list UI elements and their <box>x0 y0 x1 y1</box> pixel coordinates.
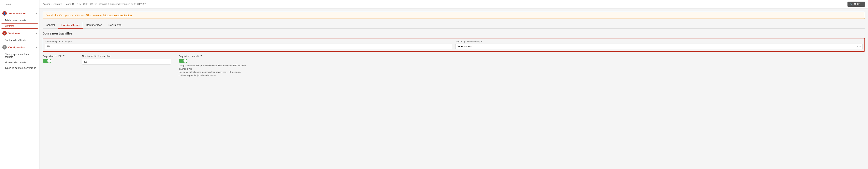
sync-alert-prefix: Date de dernière synchronisation vers Si… <box>45 14 93 16</box>
tab-general[interactable]: Général <box>42 22 58 29</box>
sidebar: contrat 👤 Administration ▾ Articles des … <box>0 0 39 169</box>
sidebar-item-types-contrats-vehicule[interactable]: Types de contrats de véhicule <box>0 65 39 71</box>
sidebar-section-header-configuration[interactable]: ⚙ Configuration ▾ <box>0 43 39 52</box>
acquisition-note: L'acquisition annuelle permet de crédite… <box>179 64 248 77</box>
conges-highlight-box: Nombre de jours de congés Type de gestio… <box>42 38 865 52</box>
tab-horaires-jours[interactable]: Horaires/Jours <box>58 22 83 29</box>
sidebar-section-vehicules: 🚗 Véhicules ▾ Contrats de véhicule <box>0 29 39 43</box>
nombre-jours-field: Nombre de jours de congés <box>45 40 452 49</box>
tabs-bar: Général Horaires/Jours Rémunération Docu… <box>42 22 865 29</box>
wrench-icon: 🔧 <box>850 3 853 5</box>
chevron-down-icon-vehicules: ▾ <box>36 32 37 35</box>
nombre-jours-input[interactable] <box>45 43 452 49</box>
section-title: Jours non travaillés <box>42 32 865 35</box>
sidebar-section-header-vehicules[interactable]: 🚗 Véhicules ▾ <box>0 29 39 37</box>
topbar-actions: 🔧 Outils ▾ <box>847 2 865 7</box>
breadcrumb-accueil[interactable]: Accueil <box>42 3 50 5</box>
acquisition-rtt-label: Acquisition de RTT ? <box>42 55 74 58</box>
jours-non-travailles-section: Jours non travaillés Nombre de jours de … <box>42 32 865 77</box>
breadcrumb-contrats[interactable]: Contrats <box>54 3 62 5</box>
acquisition-annuelle-label: Acquisition annuelle ? <box>179 55 248 58</box>
sync-alert-none-text: aucune. <box>93 14 102 16</box>
breadcrumb-current: Marie CITRON - CHOCO&CO - Contrat à duré… <box>65 3 146 5</box>
acquisition-rtt-group: Acquisition de RTT ? <box>42 55 74 63</box>
vehicules-icon: 🚗 <box>2 31 7 35</box>
sync-alert: Date de dernière synchronisation vers Si… <box>42 12 865 19</box>
type-gestion-field: Type de gestion des congés Jours ouvrés … <box>455 40 863 49</box>
sidebar-items-vehicules: Contrats de véhicule <box>0 37 39 43</box>
sidebar-item-modeles-contrats[interactable]: Modèles de contrats <box>0 60 39 65</box>
tools-chevron-icon: ▾ <box>861 3 863 5</box>
toggle-knob-annuelle <box>183 59 187 63</box>
topbar: Accueil › Contrats › Marie CITRON - CHOC… <box>39 0 868 8</box>
sidebar-item-contrats[interactable]: Contrats <box>1 24 38 29</box>
main: Accueil › Contrats › Marie CITRON - CHOC… <box>39 0 868 169</box>
breadcrumb-sep-1: › <box>52 3 52 5</box>
sidebar-section-label-configuration: Configuration <box>8 46 25 49</box>
tab-documents[interactable]: Documents <box>105 22 125 29</box>
sidebar-section-label-vehicules: Véhicules <box>8 32 20 35</box>
sidebar-search-container: contrat <box>0 0 39 9</box>
content-area: Date de dernière synchronisation vers Si… <box>39 8 868 169</box>
sidebar-section-administration: 👤 Administration ▾ Articles des contrats… <box>0 9 39 29</box>
sync-alert-link[interactable]: faire une synchronisation <box>103 14 132 16</box>
sidebar-items-administration: Articles des contrats Contrats <box>0 18 39 29</box>
acquisition-annuelle-toggle[interactable] <box>179 59 187 63</box>
sidebar-item-articles-contrats[interactable]: Articles des contrats <box>0 18 39 23</box>
close-icon[interactable]: × <box>857 45 858 48</box>
nombre-rtt-label: Nombre de RTT acquis / an <box>82 55 171 58</box>
nombre-rtt-input[interactable] <box>82 59 171 65</box>
search-input[interactable]: contrat <box>2 2 37 7</box>
breadcrumb: Accueil › Contrats › Marie CITRON - CHOC… <box>42 3 146 5</box>
nombre-rtt-field: Nombre de RTT acquis / an <box>82 55 171 65</box>
rtt-row: Acquisition de RTT ? Nombre de RTT acqui… <box>42 55 865 77</box>
chevron-down-icon-config: ▾ <box>36 46 37 48</box>
tools-label: Outils <box>854 3 860 5</box>
type-gestion-value: Jours ouvrés <box>457 45 472 48</box>
sidebar-item-contrats-vehicule[interactable]: Contrats de véhicule <box>0 37 39 43</box>
select-controls: × ▾ <box>857 45 861 48</box>
chevron-down-icon: ▾ <box>36 12 37 14</box>
tab-remuneration[interactable]: Rémunération <box>83 22 105 29</box>
tools-button[interactable]: 🔧 Outils ▾ <box>847 2 865 7</box>
type-gestion-select[interactable]: Jours ouvrés × ▾ <box>455 43 863 49</box>
breadcrumb-sep-2: › <box>64 3 64 5</box>
acquisition-rtt-toggle[interactable] <box>42 59 51 63</box>
sidebar-item-champs-perso[interactable]: Champs personnalisés contrats <box>0 52 39 60</box>
toggle-knob <box>48 59 51 63</box>
acquisition-annuelle-group: Acquisition annuelle ? L'acquisition ann… <box>179 55 248 77</box>
sidebar-section-configuration: ⚙ Configuration ▾ Champs personnalisés c… <box>0 43 39 71</box>
conges-form-row: Nombre de jours de congés Type de gestio… <box>45 40 863 49</box>
nombre-jours-label: Nombre de jours de congés <box>45 40 452 43</box>
administration-icon: 👤 <box>2 11 7 15</box>
type-gestion-label: Type de gestion des congés <box>455 40 863 43</box>
chevron-down-icon: ▾ <box>860 45 861 48</box>
sidebar-section-header-administration[interactable]: 👤 Administration ▾ <box>0 9 39 18</box>
sidebar-section-label-administration: Administration <box>8 12 26 15</box>
sidebar-items-configuration: Champs personnalisés contrats Modèles de… <box>0 52 39 71</box>
configuration-icon: ⚙ <box>2 45 7 49</box>
